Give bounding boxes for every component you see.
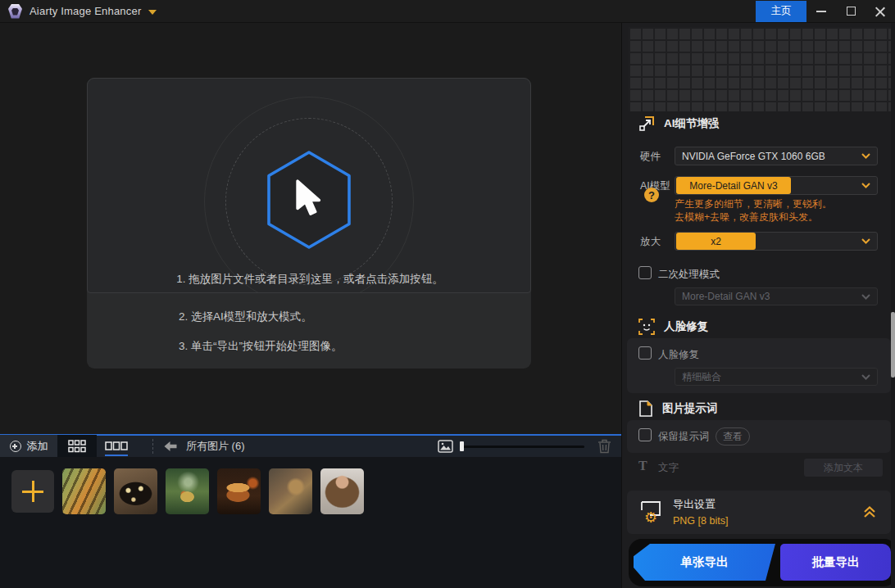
slider-track[interactable]	[460, 446, 584, 448]
export-settings-panel[interactable]: ⚙ 导出设置 PNG [8 bits]	[627, 491, 891, 534]
preview-grid-pattern	[629, 27, 891, 111]
collapse-double-chevron-icon[interactable]	[863, 505, 876, 518]
secondary-model-value: More-Detail GAN v3	[682, 291, 770, 302]
chevron-down-icon	[861, 153, 870, 159]
add-image-tile[interactable]	[11, 470, 54, 513]
image-dropzone[interactable]: 1. 拖放图片文件或者目录到这里，或者点击添加按钮。 2. 选择AI模型和放大模…	[87, 78, 531, 369]
image-prompt-panel: 保留提示词 查看	[627, 420, 891, 453]
grid-view-button[interactable]	[57, 435, 97, 458]
export-settings-title: 导出设置	[673, 497, 728, 512]
image-prompt-title: 图片提示词	[662, 401, 718, 416]
ai-enhance-section-header: AI细节增强	[638, 115, 720, 132]
all-images-filter-label[interactable]: 所有图片 (6)	[186, 439, 245, 454]
dropzone-inner-panel[interactable]: 1. 拖放图片文件或者目录到这里，或者点击添加按钮。	[87, 78, 531, 293]
thumbnail-size-slider[interactable]	[460, 441, 584, 451]
thumbnail-steampunk-dog[interactable]	[269, 468, 312, 514]
drop-hexagon-icon[interactable]	[263, 148, 355, 255]
export-format-value: PNG [8 bits]	[673, 515, 728, 527]
title-bar: Aiarty Image Enhancer 主页	[0, 0, 895, 23]
thumbnail-burger[interactable]	[217, 468, 261, 514]
batch-export-button[interactable]: 批量导出	[780, 544, 891, 581]
panel-scrollbar[interactable]	[891, 23, 895, 588]
scrollbar-thumb[interactable]	[891, 312, 895, 378]
face-restore-checkbox[interactable]	[638, 346, 652, 360]
hardware-value: NVIDIA GeForce GTX 1060 6GB	[682, 151, 825, 162]
export-settings-icon: ⚙	[638, 500, 663, 523]
trash-icon[interactable]	[597, 439, 611, 454]
hardware-label: 硬件	[640, 150, 661, 164]
model-help-icon[interactable]: ?	[644, 188, 659, 202]
maximize-icon	[847, 7, 856, 16]
single-export-button[interactable]: 单张导出	[634, 544, 775, 581]
secondary-mode-label: 二次处理模式	[658, 268, 720, 282]
settings-panel: AI细节增强 硬件 NVIDIA GeForce GTX 1060 6GB AI…	[621, 23, 895, 588]
face-restore-checkbox-label: 人脸修复	[658, 348, 699, 362]
plus-icon	[22, 481, 43, 502]
bottom-toolbar: 添加 所有图片 (6)	[0, 434, 621, 457]
thumbnail-terrarium[interactable]	[166, 468, 209, 514]
thumbnail-butterfly[interactable]	[114, 468, 157, 514]
chevron-down-icon	[861, 183, 870, 188]
face-mode-dropdown: 精细融合	[675, 368, 878, 386]
plus-circle-icon	[10, 441, 21, 452]
face-restore-section-header: 人脸修复	[638, 319, 708, 335]
chevron-down-icon	[861, 294, 870, 300]
back-arrow-icon[interactable]	[163, 440, 178, 453]
instruction-line-2: 2. 选择AI模型和放大模式。	[179, 310, 312, 324]
add-button-label: 添加	[27, 439, 48, 454]
home-button[interactable]: 主页	[756, 1, 806, 22]
upscale-dropdown[interactable]: x2	[675, 232, 878, 251]
face-mode-value: 精细融合	[682, 370, 721, 384]
filmstrip-view-icon	[105, 441, 128, 451]
chevron-down-icon	[861, 238, 870, 244]
instruction-line-1: 1. 拖放图片文件或者目录到这里，或者点击添加按钮。	[88, 272, 531, 287]
view-prompt-button[interactable]: 查看	[716, 427, 750, 446]
grid-view-icon	[68, 440, 86, 453]
thumbnail-tiger[interactable]	[62, 468, 106, 514]
text-label: 文字	[658, 461, 679, 475]
close-button[interactable]	[865, 1, 895, 22]
image-prompt-section-header: 图片提示词	[638, 400, 718, 417]
toolbar-divider	[152, 439, 153, 454]
keep-prompt-label: 保留提示词	[658, 430, 710, 444]
thumbnail-girl-portrait[interactable]	[320, 468, 364, 514]
app-window: Aiarty Image Enhancer 主页 1. 拖放图片文件或者目录到这…	[0, 0, 895, 588]
upscale-selected-chip: x2	[676, 233, 756, 250]
secondary-mode-checkbox[interactable]	[638, 266, 652, 279]
maximize-button[interactable]	[836, 1, 865, 22]
main-preview-area: 1. 拖放图片文件或者目录到这里，或者点击添加按钮。 2. 选择AI模型和放大模…	[0, 23, 621, 434]
chevron-down-icon	[861, 374, 870, 380]
instruction-line-3: 3. 单击“导出”按钮开始处理图像。	[179, 339, 343, 354]
minimize-button[interactable]	[806, 1, 836, 22]
filmstrip-active-underline	[105, 455, 128, 456]
filmstrip-view-button[interactable]	[97, 435, 136, 458]
export-buttons-container: 单张导出 批量导出	[629, 539, 895, 586]
ai-model-selected-chip: More-Detail GAN v3	[676, 177, 791, 194]
thumbnail-strip	[0, 457, 621, 588]
app-title: Aiarty Image Enhancer	[30, 5, 141, 17]
svg-text:⚙: ⚙	[644, 509, 657, 523]
model-description-line-2: 去模糊+去噪，改善皮肤和头发。	[675, 210, 818, 224]
face-restore-title: 人脸修复	[664, 319, 708, 334]
model-description-line-1: 产生更多的细节，更清晰，更锐利。	[675, 197, 832, 211]
face-icon	[638, 319, 655, 335]
secondary-model-dropdown: More-Detail GAN v3	[675, 287, 878, 305]
add-images-button[interactable]: 添加	[0, 435, 57, 458]
hardware-dropdown[interactable]: NVIDIA GeForce GTX 1060 6GB	[675, 147, 878, 165]
close-icon	[875, 7, 885, 16]
add-text-button[interactable]: 添加文本	[804, 459, 883, 477]
document-icon	[638, 400, 653, 417]
text-icon: T	[638, 459, 647, 473]
ai-enhance-title: AI细节增强	[664, 116, 720, 131]
slider-handle[interactable]	[460, 441, 464, 451]
face-restore-panel: 人脸修复 精细融合	[627, 338, 891, 393]
ai-model-dropdown[interactable]: More-Detail GAN v3	[675, 176, 878, 195]
app-logo-icon	[8, 4, 22, 19]
enlarge-icon	[638, 115, 655, 132]
keep-prompt-checkbox[interactable]	[638, 428, 652, 441]
minimize-icon	[816, 11, 826, 12]
thumbnail-size-icon	[438, 440, 453, 453]
upscale-label: 放大	[640, 235, 661, 249]
title-menu-chevron-icon[interactable]	[148, 10, 157, 15]
